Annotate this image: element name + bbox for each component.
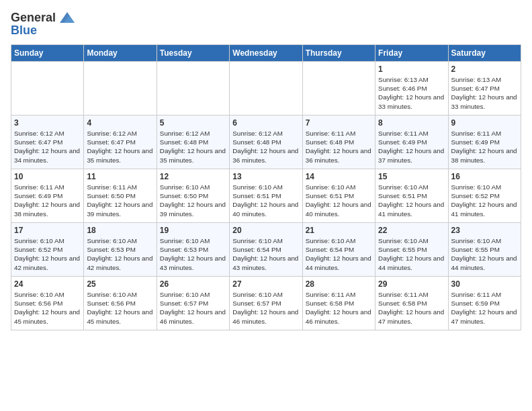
day-number: 4: [87, 118, 153, 128]
day-info: Sunrise: 6:11 AM Sunset: 6:59 PM Dayligh…: [451, 290, 518, 326]
calendar-cell: 17Sunrise: 6:10 AM Sunset: 6:52 PM Dayli…: [11, 222, 84, 276]
calendar-cell: 14Sunrise: 6:10 AM Sunset: 6:51 PM Dayli…: [302, 169, 375, 222]
day-number: 22: [378, 225, 445, 236]
calendar-cell: 20Sunrise: 6:10 AM Sunset: 6:54 PM Dayli…: [230, 222, 302, 276]
day-number: 13: [232, 171, 299, 182]
day-info: Sunrise: 6:10 AM Sunset: 6:53 PM Dayligh…: [87, 236, 153, 272]
day-info: Sunrise: 6:10 AM Sunset: 6:50 PM Dayligh…: [160, 183, 226, 218]
day-number: 2: [451, 64, 518, 75]
calendar-cell: 11Sunrise: 6:11 AM Sunset: 6:50 PM Dayli…: [84, 169, 157, 222]
calendar-cell: 9Sunrise: 6:11 AM Sunset: 6:49 PM Daylig…: [448, 115, 521, 169]
day-info: Sunrise: 6:10 AM Sunset: 6:52 PM Dayligh…: [451, 183, 518, 218]
day-number: 26: [160, 279, 226, 289]
weekday-header-wednesday: Wednesday: [230, 44, 302, 61]
calendar-cell: 1Sunrise: 6:13 AM Sunset: 6:46 PM Daylig…: [375, 61, 448, 115]
day-info: Sunrise: 6:10 AM Sunset: 6:54 PM Dayligh…: [306, 236, 372, 272]
weekday-header-monday: Monday: [84, 44, 157, 61]
day-number: 16: [451, 171, 518, 182]
day-info: Sunrise: 6:13 AM Sunset: 6:46 PM Dayligh…: [378, 75, 445, 111]
day-info: Sunrise: 6:10 AM Sunset: 6:56 PM Dayligh…: [14, 290, 81, 326]
day-info: Sunrise: 6:12 AM Sunset: 6:47 PM Dayligh…: [14, 129, 81, 165]
weekday-header-thursday: Thursday: [302, 44, 375, 61]
day-number: 24: [14, 279, 81, 289]
day-info: Sunrise: 6:11 AM Sunset: 6:50 PM Dayligh…: [87, 183, 153, 218]
calendar-cell: 13Sunrise: 6:10 AM Sunset: 6:51 PM Dayli…: [230, 169, 302, 222]
calendar-table: SundayMondayTuesdayWednesdayThursdayFrid…: [11, 44, 521, 330]
calendar-cell: 4Sunrise: 6:12 AM Sunset: 6:47 PM Daylig…: [84, 115, 157, 169]
day-number: 17: [14, 225, 81, 236]
day-number: 20: [232, 225, 299, 236]
day-number: 5: [160, 118, 226, 128]
calendar-cell: 27Sunrise: 6:10 AM Sunset: 6:57 PM Dayli…: [230, 276, 302, 330]
day-number: 28: [306, 279, 372, 289]
day-number: 27: [232, 279, 299, 289]
day-info: Sunrise: 6:10 AM Sunset: 6:54 PM Dayligh…: [232, 236, 299, 272]
calendar-cell: 29Sunrise: 6:11 AM Sunset: 6:58 PM Dayli…: [375, 276, 448, 330]
weekday-header-tuesday: Tuesday: [157, 44, 229, 61]
day-info: Sunrise: 6:10 AM Sunset: 6:57 PM Dayligh…: [232, 290, 299, 326]
calendar-cell: 8Sunrise: 6:11 AM Sunset: 6:49 PM Daylig…: [375, 115, 448, 169]
calendar-cell: 15Sunrise: 6:10 AM Sunset: 6:51 PM Dayli…: [375, 169, 448, 222]
calendar-cell: 6Sunrise: 6:12 AM Sunset: 6:48 PM Daylig…: [230, 115, 302, 169]
calendar-cell: 12Sunrise: 6:10 AM Sunset: 6:50 PM Dayli…: [157, 169, 229, 222]
day-number: 23: [451, 225, 518, 236]
weekday-header-friday: Friday: [375, 44, 448, 61]
day-number: 19: [160, 225, 226, 236]
day-info: Sunrise: 6:12 AM Sunset: 6:48 PM Dayligh…: [160, 129, 226, 165]
day-number: 29: [378, 279, 445, 289]
day-number: 11: [87, 171, 153, 182]
calendar-cell: 26Sunrise: 6:10 AM Sunset: 6:57 PM Dayli…: [157, 276, 229, 330]
day-number: 3: [14, 118, 81, 128]
day-info: Sunrise: 6:10 AM Sunset: 6:51 PM Dayligh…: [378, 183, 445, 218]
day-number: 7: [306, 118, 372, 128]
day-info: Sunrise: 6:11 AM Sunset: 6:58 PM Dayligh…: [306, 290, 372, 326]
day-info: Sunrise: 6:10 AM Sunset: 6:51 PM Dayligh…: [306, 183, 372, 218]
calendar-cell: 25Sunrise: 6:10 AM Sunset: 6:56 PM Dayli…: [84, 276, 157, 330]
day-number: 15: [378, 171, 445, 182]
calendar-cell: 19Sunrise: 6:10 AM Sunset: 6:53 PM Dayli…: [157, 222, 229, 276]
header: General Blue: [11, 11, 521, 38]
calendar-cell: [230, 61, 302, 115]
day-number: 1: [378, 64, 445, 75]
day-info: Sunrise: 6:10 AM Sunset: 6:56 PM Dayligh…: [87, 290, 153, 326]
calendar-cell: 5Sunrise: 6:12 AM Sunset: 6:48 PM Daylig…: [157, 115, 229, 169]
weekday-header-sunday: Sunday: [11, 44, 84, 61]
calendar-cell: 16Sunrise: 6:10 AM Sunset: 6:52 PM Dayli…: [448, 169, 521, 222]
calendar-cell: 18Sunrise: 6:10 AM Sunset: 6:53 PM Dayli…: [84, 222, 157, 276]
day-number: 25: [87, 279, 153, 289]
calendar-cell: 23Sunrise: 6:10 AM Sunset: 6:55 PM Dayli…: [448, 222, 521, 276]
calendar-cell: 21Sunrise: 6:10 AM Sunset: 6:54 PM Dayli…: [302, 222, 375, 276]
calendar-cell: [157, 61, 229, 115]
day-info: Sunrise: 6:11 AM Sunset: 6:49 PM Dayligh…: [451, 129, 518, 165]
calendar-cell: 28Sunrise: 6:11 AM Sunset: 6:58 PM Dayli…: [302, 276, 375, 330]
day-info: Sunrise: 6:10 AM Sunset: 6:55 PM Dayligh…: [378, 236, 445, 272]
day-info: Sunrise: 6:11 AM Sunset: 6:49 PM Dayligh…: [378, 129, 445, 165]
calendar-cell: [11, 61, 84, 115]
calendar-cell: [302, 61, 375, 115]
calendar-cell: [84, 61, 157, 115]
logo-general: General: [11, 11, 56, 25]
day-info: Sunrise: 6:12 AM Sunset: 6:47 PM Dayligh…: [87, 129, 153, 165]
logo-icon: [58, 11, 76, 26]
day-number: 14: [306, 171, 372, 182]
calendar-cell: 7Sunrise: 6:11 AM Sunset: 6:48 PM Daylig…: [302, 115, 375, 169]
day-info: Sunrise: 6:11 AM Sunset: 6:49 PM Dayligh…: [14, 183, 81, 218]
day-number: 8: [378, 118, 445, 128]
day-info: Sunrise: 6:10 AM Sunset: 6:55 PM Dayligh…: [451, 236, 518, 272]
calendar-cell: 10Sunrise: 6:11 AM Sunset: 6:49 PM Dayli…: [11, 169, 84, 222]
day-number: 10: [14, 171, 81, 182]
day-info: Sunrise: 6:10 AM Sunset: 6:51 PM Dayligh…: [232, 183, 299, 218]
day-info: Sunrise: 6:11 AM Sunset: 6:58 PM Dayligh…: [378, 290, 445, 326]
weekday-header-saturday: Saturday: [448, 44, 521, 61]
calendar-cell: 30Sunrise: 6:11 AM Sunset: 6:59 PM Dayli…: [448, 276, 521, 330]
logo-blue: Blue: [11, 24, 37, 38]
day-info: Sunrise: 6:10 AM Sunset: 6:53 PM Dayligh…: [160, 236, 226, 272]
day-info: Sunrise: 6:11 AM Sunset: 6:48 PM Dayligh…: [306, 129, 372, 165]
calendar-cell: 22Sunrise: 6:10 AM Sunset: 6:55 PM Dayli…: [375, 222, 448, 276]
day-info: Sunrise: 6:13 AM Sunset: 6:47 PM Dayligh…: [451, 75, 518, 111]
day-number: 18: [87, 225, 153, 236]
calendar-cell: 3Sunrise: 6:12 AM Sunset: 6:47 PM Daylig…: [11, 115, 84, 169]
calendar-cell: 2Sunrise: 6:13 AM Sunset: 6:47 PM Daylig…: [448, 61, 521, 115]
day-number: 30: [451, 279, 518, 289]
day-number: 9: [451, 118, 518, 128]
